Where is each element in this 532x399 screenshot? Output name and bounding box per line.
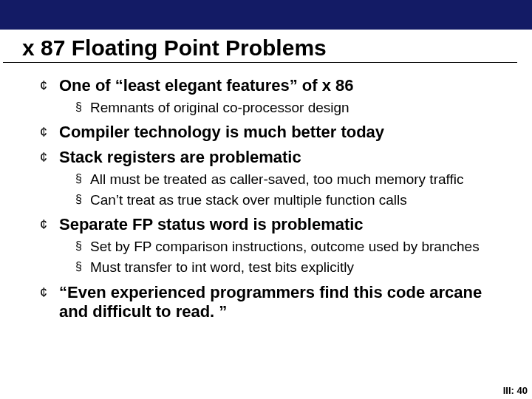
bullet-item: Stack registers are problematic All must… [40,148,510,209]
bullet-text: One of “least elegant features” of x 86 [59,76,354,95]
sub-bullet-item: All must be treated as caller-saved, too… [75,170,510,189]
slide-title: x 87 Floating Point Problems [3,30,517,63]
bullet-list: One of “least elegant features” of x 86 … [40,76,510,321]
bullet-text: Stack registers are problematic [59,148,301,166]
bullet-text: “Even experienced programmers find this … [59,283,482,321]
sub-bullet-list: Remnants of original co-processor design [59,98,510,117]
slide-number: III: 40 [503,385,528,396]
slide-body: One of “least elegant features” of x 86 … [0,63,532,321]
bullet-item: Compiler technology is much better today [40,123,510,142]
sub-bullet-list: All must be treated as caller-saved, too… [59,170,510,209]
bullet-text: Separate FP status word is problematic [59,215,364,233]
top-bar [0,0,532,30]
sub-bullet-item: Set by FP comparison instructions, outco… [75,237,510,256]
sub-bullet-list: Set by FP comparison instructions, outco… [59,237,510,276]
sub-bullet-item: Can’t treat as true stack over multiple … [75,191,510,210]
sub-bullet-item: Must transfer to int word, test bits exp… [75,258,510,277]
bullet-text: Compiler technology is much better today [59,123,384,141]
slide: x 87 Floating Point Problems One of “lea… [0,0,532,399]
sub-bullet-item: Remnants of original co-processor design [75,98,510,117]
bullet-item: Separate FP status word is problematic S… [40,215,510,276]
bullet-item: “Even experienced programmers find this … [40,283,510,321]
bullet-item: One of “least elegant features” of x 86 … [40,76,510,117]
